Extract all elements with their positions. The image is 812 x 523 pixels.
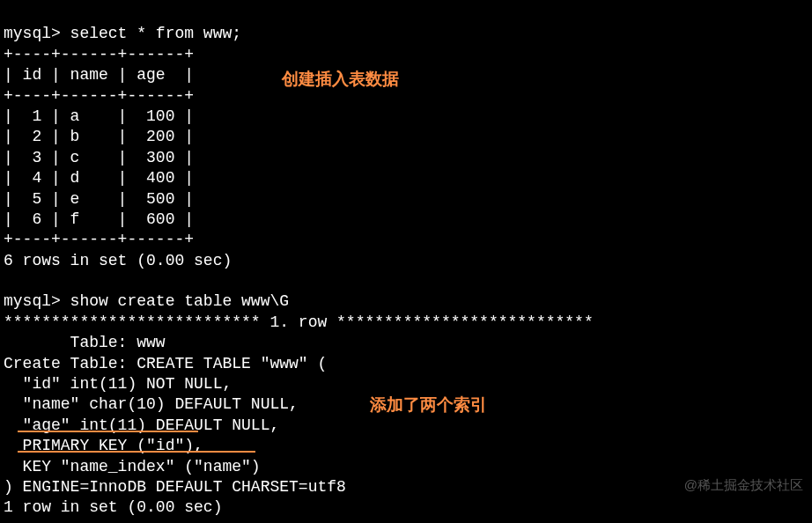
row-separator: *************************** 1. row *****… [4, 313, 594, 331]
underline-key-index [18, 451, 255, 453]
table-border: +----+------+------+ [4, 231, 194, 248]
key-index-line: KEY "name_index" ("name") [4, 458, 261, 475]
table-border: +----+------+------+ [4, 87, 194, 105]
create-table-line: Create Table: CREATE TABLE "www" ( [4, 355, 327, 372]
result-status: 1 row in set (0.00 sec) [4, 498, 222, 516]
annotation-two-indexes: 添加了两个索引 [370, 394, 487, 416]
table-border: +----+------+------+ [4, 46, 194, 63]
underline-primary-key [18, 431, 198, 432]
column-def-id: "id" int(11) NOT NULL, [4, 375, 232, 393]
table-row: | 2 | b | 200 | [4, 128, 194, 145]
table-row: | 6 | f | 600 | [4, 210, 194, 228]
table-row: | 4 | d | 400 | [4, 169, 194, 187]
table-row: | 5 | e | 500 | [4, 190, 194, 208]
sql-prompt-1[interactable]: mysql> select * from www; [4, 25, 241, 42]
terminal-output: mysql> select * from www; +----+------+-… [4, 4, 808, 523]
column-def-name: "name" char(10) DEFAULT NULL, [4, 395, 299, 413]
watermark: @稀土掘金技术社区 [684, 476, 803, 494]
sql-prompt-2[interactable]: mysql> show create table www\G [4, 292, 289, 310]
table-row: | 1 | a | 100 | [4, 107, 194, 125]
annotation-create-insert: 创建插入表数据 [282, 69, 399, 91]
table-row: | 3 | c | 300 | [4, 149, 194, 166]
result-status: 6 rows in set (0.00 sec) [4, 252, 232, 269]
table-name-line: Table: www [4, 334, 166, 351]
table-header: | id | name | age | [4, 66, 194, 84]
engine-line: ) ENGINE=InnoDB DEFAULT CHARSET=utf8 [4, 478, 346, 496]
